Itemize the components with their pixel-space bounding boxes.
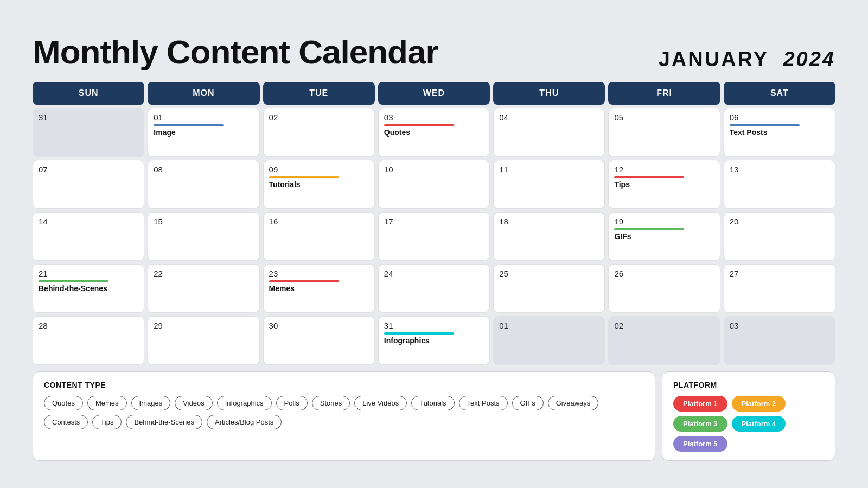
day-cell[interactable]: 01 <box>493 316 605 365</box>
day-number: 31 <box>384 321 484 330</box>
event-label: GIFs <box>614 232 714 241</box>
platform-tags: Platform 1Platform 2Platform 3Platform 4… <box>673 396 824 452</box>
content-type-tags: QuotesMemesImagesVideosInfographicsPolls… <box>44 396 644 429</box>
day-cell[interactable]: 27 <box>724 264 835 313</box>
event-label: Tutorials <box>269 180 369 189</box>
day-cell[interactable]: 01Image <box>148 108 259 157</box>
day-number: 02 <box>614 321 714 330</box>
day-number: 22 <box>154 269 253 278</box>
content-type-tag[interactable]: Polls <box>276 396 308 410</box>
event-bar <box>384 332 454 335</box>
day-cell[interactable]: 06Text Posts <box>724 108 835 157</box>
content-type-tag[interactable]: Memes <box>87 396 127 410</box>
day-cell[interactable]: 05 <box>608 108 720 157</box>
content-type-tag[interactable]: GIFs <box>512 396 544 410</box>
day-cell[interactable]: 22 <box>148 264 259 313</box>
day-number: 01 <box>154 113 253 122</box>
day-number: 03 <box>384 113 484 122</box>
content-type-legend: CONTENT TYPE QuotesMemesImagesVideosInfo… <box>33 371 655 461</box>
event-bar <box>154 124 224 126</box>
content-type-tag[interactable]: Images <box>131 396 171 410</box>
day-cell[interactable]: 31 <box>33 108 144 157</box>
event-bar <box>614 176 684 178</box>
day-cell[interactable]: 03 <box>724 316 835 365</box>
page: Monthly Content Calendar JANUARY 2024 SU… <box>11 16 857 472</box>
day-number: 12 <box>614 165 714 174</box>
day-cell[interactable]: 19GIFs <box>608 212 720 261</box>
day-cell[interactable]: 14 <box>33 212 144 261</box>
platform-legend-title: PLATFORM <box>673 381 824 389</box>
event-label: Infographics <box>384 336 484 345</box>
content-type-tag[interactable]: Articles/Blog Posts <box>207 415 282 429</box>
platform-tag[interactable]: Platform 4 <box>732 416 786 432</box>
day-number: 20 <box>730 217 829 226</box>
day-cell[interactable]: 31Infographics <box>378 316 490 365</box>
content-type-tag[interactable]: Giveaways <box>548 396 599 410</box>
day-cell[interactable]: 09Tutorials <box>263 160 375 209</box>
day-cell[interactable]: 26 <box>608 264 720 313</box>
day-number: 28 <box>39 321 138 330</box>
day-number: 02 <box>269 113 369 122</box>
day-number: 01 <box>499 321 599 330</box>
platform-legend: PLATFORM Platform 1Platform 2Platform 3P… <box>662 371 835 461</box>
content-type-tag[interactable]: Quotes <box>44 396 83 410</box>
day-number: 16 <box>269 217 369 226</box>
day-cell[interactable]: 17 <box>378 212 490 261</box>
calendar: SUNMONTUEWEDTHUFRISAT 3101Image0203Quote… <box>33 82 835 365</box>
platform-tag[interactable]: Platform 2 <box>732 396 786 412</box>
day-number: 25 <box>499 269 599 278</box>
day-number: 08 <box>154 165 253 174</box>
day-number: 26 <box>614 269 714 278</box>
day-number: 27 <box>730 269 829 278</box>
platform-tag[interactable]: Platform 1 <box>673 396 727 412</box>
day-cell[interactable]: 15 <box>148 212 259 261</box>
day-cell[interactable]: 16 <box>263 212 375 261</box>
day-number: 23 <box>269 269 369 278</box>
content-type-tag[interactable]: Contests <box>44 415 88 429</box>
day-cell[interactable]: 29 <box>148 316 259 365</box>
day-cell[interactable]: 23Memes <box>263 264 375 313</box>
event-label: Image <box>154 128 253 137</box>
day-cell[interactable]: 11 <box>493 160 605 209</box>
day-number: 19 <box>614 217 714 226</box>
content-type-tag[interactable]: Text Posts <box>459 396 508 410</box>
content-type-tag[interactable]: Stories <box>312 396 350 410</box>
day-cell[interactable]: 28 <box>33 316 144 365</box>
day-cell[interactable]: 12Tips <box>608 160 720 209</box>
day-cell[interactable]: 30 <box>263 316 375 365</box>
content-type-tag[interactable]: Tips <box>92 415 122 429</box>
day-cell[interactable]: 21Behind-the-Scenes <box>33 264 144 313</box>
content-type-tag[interactable]: Infographics <box>217 396 272 410</box>
content-type-tag[interactable]: Live Videos <box>354 396 407 410</box>
day-number: 21 <box>39 269 138 278</box>
day-cell[interactable]: 13 <box>724 160 835 209</box>
event-label: Memes <box>269 284 369 293</box>
day-cell[interactable]: 02 <box>263 108 375 157</box>
content-type-tag[interactable]: Tutorials <box>411 396 454 410</box>
day-number: 09 <box>269 165 369 174</box>
content-type-tag[interactable]: Behind-the-Scenes <box>126 415 202 429</box>
event-label: Text Posts <box>730 128 829 137</box>
day-cell[interactable]: 25 <box>493 264 605 313</box>
page-title: Monthly Content Calendar <box>33 33 438 71</box>
day-cell[interactable]: 24 <box>378 264 490 313</box>
platform-tag[interactable]: Platform 3 <box>673 416 727 432</box>
day-cell[interactable]: 18 <box>493 212 605 261</box>
event-bar <box>730 124 800 126</box>
day-number: 04 <box>499 113 599 122</box>
day-number: 11 <box>499 165 599 174</box>
day-number: 14 <box>39 217 138 226</box>
content-type-tag[interactable]: Videos <box>175 396 213 410</box>
day-cell[interactable]: 02 <box>608 316 720 365</box>
platform-tag[interactable]: Platform 5 <box>673 436 727 452</box>
day-cell[interactable]: 07 <box>33 160 144 209</box>
day-cell[interactable]: 04 <box>493 108 605 157</box>
day-cell[interactable]: 03Quotes <box>378 108 490 157</box>
day-cell[interactable]: 20 <box>724 212 835 261</box>
day-cell[interactable]: 10 <box>378 160 490 209</box>
day-cell[interactable]: 08 <box>148 160 259 209</box>
month-year: JANUARY 2024 <box>659 48 835 71</box>
content-type-legend-title: CONTENT TYPE <box>44 381 644 389</box>
event-bar <box>384 124 454 126</box>
legend-section: CONTENT TYPE QuotesMemesImagesVideosInfo… <box>33 371 835 461</box>
